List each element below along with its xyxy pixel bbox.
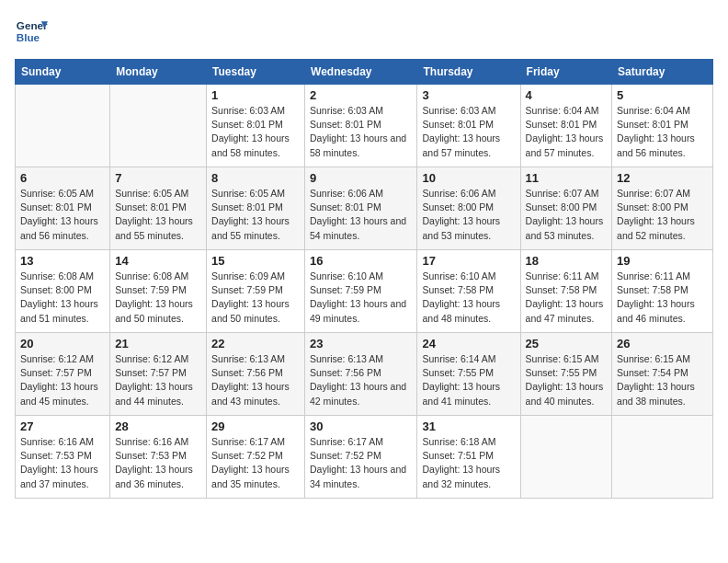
calendar-cell: 6Sunrise: 6:05 AM Sunset: 8:01 PM Daylig… <box>16 167 110 250</box>
week-row-4: 20Sunrise: 6:12 AM Sunset: 7:57 PM Dayli… <box>16 333 713 416</box>
day-number: 11 <box>526 171 607 185</box>
weekday-header-monday: Monday <box>110 60 207 85</box>
day-number: 4 <box>526 88 607 102</box>
weekday-row: SundayMondayTuesdayWednesdayThursdayFrid… <box>16 60 713 85</box>
calendar-cell: 16Sunrise: 6:10 AM Sunset: 7:59 PM Dayli… <box>305 250 417 333</box>
day-info: Sunrise: 6:10 AM Sunset: 7:58 PM Dayligh… <box>422 270 515 326</box>
calendar-cell: 14Sunrise: 6:08 AM Sunset: 7:59 PM Dayli… <box>110 250 207 333</box>
day-info: Sunrise: 6:08 AM Sunset: 7:59 PM Dayligh… <box>115 270 201 326</box>
weekday-header-wednesday: Wednesday <box>305 60 417 85</box>
day-number: 3 <box>422 88 515 102</box>
week-row-5: 27Sunrise: 6:16 AM Sunset: 7:53 PM Dayli… <box>16 416 713 499</box>
calendar-cell: 13Sunrise: 6:08 AM Sunset: 8:00 PM Dayli… <box>16 250 110 333</box>
calendar-cell <box>110 85 207 167</box>
calendar-cell: 26Sunrise: 6:15 AM Sunset: 7:54 PM Dayli… <box>612 333 713 416</box>
weekday-header-tuesday: Tuesday <box>207 60 305 85</box>
calendar-cell: 5Sunrise: 6:04 AM Sunset: 8:01 PM Daylig… <box>612 85 713 167</box>
day-number: 24 <box>422 337 515 350</box>
day-number: 22 <box>211 337 300 350</box>
day-number: 21 <box>115 337 201 350</box>
day-info: Sunrise: 6:04 AM Sunset: 8:01 PM Dayligh… <box>526 104 607 160</box>
day-info: Sunrise: 6:18 AM Sunset: 7:51 PM Dayligh… <box>422 435 515 491</box>
svg-text:General: General <box>17 19 48 31</box>
day-info: Sunrise: 6:05 AM Sunset: 8:01 PM Dayligh… <box>20 187 105 243</box>
calendar-cell: 27Sunrise: 6:16 AM Sunset: 7:53 PM Dayli… <box>16 416 110 499</box>
day-info: Sunrise: 6:15 AM Sunset: 7:55 PM Dayligh… <box>526 352 607 408</box>
week-row-2: 6Sunrise: 6:05 AM Sunset: 8:01 PM Daylig… <box>16 167 713 250</box>
day-number: 30 <box>310 419 412 433</box>
calendar-cell: 17Sunrise: 6:10 AM Sunset: 7:58 PM Dayli… <box>417 250 520 333</box>
day-info: Sunrise: 6:16 AM Sunset: 7:53 PM Dayligh… <box>20 435 105 491</box>
calendar-cell: 20Sunrise: 6:12 AM Sunset: 7:57 PM Dayli… <box>16 333 110 416</box>
svg-text:Blue: Blue <box>17 31 40 43</box>
calendar-cell: 31Sunrise: 6:18 AM Sunset: 7:51 PM Dayli… <box>417 416 520 499</box>
calendar-cell: 18Sunrise: 6:11 AM Sunset: 7:58 PM Dayli… <box>520 250 611 333</box>
day-number: 12 <box>617 171 708 185</box>
day-number: 7 <box>115 171 201 185</box>
day-info: Sunrise: 6:12 AM Sunset: 7:57 PM Dayligh… <box>115 352 201 408</box>
day-info: Sunrise: 6:16 AM Sunset: 7:53 PM Dayligh… <box>115 435 201 491</box>
calendar-table: SundayMondayTuesdayWednesdayThursdayFrid… <box>15 59 713 499</box>
calendar-cell: 2Sunrise: 6:03 AM Sunset: 8:01 PM Daylig… <box>305 85 417 167</box>
day-info: Sunrise: 6:17 AM Sunset: 7:52 PM Dayligh… <box>310 435 412 491</box>
weekday-header-sunday: Sunday <box>16 60 110 85</box>
day-info: Sunrise: 6:03 AM Sunset: 8:01 PM Dayligh… <box>310 104 412 160</box>
day-info: Sunrise: 6:03 AM Sunset: 8:01 PM Dayligh… <box>211 104 300 160</box>
day-info: Sunrise: 6:06 AM Sunset: 8:00 PM Dayligh… <box>422 187 515 243</box>
day-info: Sunrise: 6:08 AM Sunset: 8:00 PM Dayligh… <box>20 270 105 326</box>
calendar-cell: 8Sunrise: 6:05 AM Sunset: 8:01 PM Daylig… <box>207 167 305 250</box>
day-info: Sunrise: 6:13 AM Sunset: 7:56 PM Dayligh… <box>310 352 412 408</box>
calendar-cell <box>520 416 611 499</box>
day-info: Sunrise: 6:15 AM Sunset: 7:54 PM Dayligh… <box>617 352 708 408</box>
logo-icon: General Blue <box>15 15 48 48</box>
day-number: 18 <box>526 254 607 268</box>
calendar-cell: 23Sunrise: 6:13 AM Sunset: 7:56 PM Dayli… <box>305 333 417 416</box>
calendar-cell: 12Sunrise: 6:07 AM Sunset: 8:00 PM Dayli… <box>612 167 713 250</box>
calendar-header: SundayMondayTuesdayWednesdayThursdayFrid… <box>16 60 713 85</box>
calendar-cell: 25Sunrise: 6:15 AM Sunset: 7:55 PM Dayli… <box>520 333 611 416</box>
day-number: 25 <box>526 337 607 350</box>
calendar-cell: 4Sunrise: 6:04 AM Sunset: 8:01 PM Daylig… <box>520 85 611 167</box>
calendar-cell: 28Sunrise: 6:16 AM Sunset: 7:53 PM Dayli… <box>110 416 207 499</box>
day-number: 23 <box>310 337 412 350</box>
day-number: 2 <box>310 88 412 102</box>
weekday-header-saturday: Saturday <box>612 60 713 85</box>
calendar-cell: 29Sunrise: 6:17 AM Sunset: 7:52 PM Dayli… <box>207 416 305 499</box>
day-info: Sunrise: 6:06 AM Sunset: 8:01 PM Dayligh… <box>310 187 412 243</box>
day-info: Sunrise: 6:07 AM Sunset: 8:00 PM Dayligh… <box>526 187 607 243</box>
calendar-cell: 30Sunrise: 6:17 AM Sunset: 7:52 PM Dayli… <box>305 416 417 499</box>
week-row-3: 13Sunrise: 6:08 AM Sunset: 8:00 PM Dayli… <box>16 250 713 333</box>
day-number: 20 <box>20 337 105 350</box>
day-number: 28 <box>115 419 201 433</box>
day-number: 5 <box>617 88 708 102</box>
day-info: Sunrise: 6:11 AM Sunset: 7:58 PM Dayligh… <box>526 270 607 326</box>
day-info: Sunrise: 6:17 AM Sunset: 7:52 PM Dayligh… <box>211 435 300 491</box>
day-info: Sunrise: 6:13 AM Sunset: 7:56 PM Dayligh… <box>211 352 300 408</box>
day-number: 29 <box>211 419 300 433</box>
day-info: Sunrise: 6:05 AM Sunset: 8:01 PM Dayligh… <box>211 187 300 243</box>
calendar-cell: 21Sunrise: 6:12 AM Sunset: 7:57 PM Dayli… <box>110 333 207 416</box>
weekday-header-thursday: Thursday <box>417 60 520 85</box>
calendar-cell: 24Sunrise: 6:14 AM Sunset: 7:55 PM Dayli… <box>417 333 520 416</box>
day-number: 6 <box>20 171 105 185</box>
day-info: Sunrise: 6:11 AM Sunset: 7:58 PM Dayligh… <box>617 270 708 326</box>
calendar-cell: 10Sunrise: 6:06 AM Sunset: 8:00 PM Dayli… <box>417 167 520 250</box>
week-row-1: 1Sunrise: 6:03 AM Sunset: 8:01 PM Daylig… <box>16 85 713 167</box>
day-info: Sunrise: 6:05 AM Sunset: 8:01 PM Dayligh… <box>115 187 201 243</box>
day-number: 27 <box>20 419 105 433</box>
calendar-cell <box>612 416 713 499</box>
day-info: Sunrise: 6:12 AM Sunset: 7:57 PM Dayligh… <box>20 352 105 408</box>
calendar-cell: 11Sunrise: 6:07 AM Sunset: 8:00 PM Dayli… <box>520 167 611 250</box>
day-info: Sunrise: 6:09 AM Sunset: 7:59 PM Dayligh… <box>211 270 300 326</box>
day-info: Sunrise: 6:04 AM Sunset: 8:01 PM Dayligh… <box>617 104 708 160</box>
calendar-cell <box>16 85 110 167</box>
calendar-cell: 15Sunrise: 6:09 AM Sunset: 7:59 PM Dayli… <box>207 250 305 333</box>
day-number: 26 <box>617 337 708 350</box>
weekday-header-friday: Friday <box>520 60 611 85</box>
day-number: 1 <box>211 88 300 102</box>
day-number: 13 <box>20 254 105 268</box>
day-number: 15 <box>211 254 300 268</box>
day-info: Sunrise: 6:14 AM Sunset: 7:55 PM Dayligh… <box>422 352 515 408</box>
day-info: Sunrise: 6:10 AM Sunset: 7:59 PM Dayligh… <box>310 270 412 326</box>
calendar-cell: 19Sunrise: 6:11 AM Sunset: 7:58 PM Dayli… <box>612 250 713 333</box>
